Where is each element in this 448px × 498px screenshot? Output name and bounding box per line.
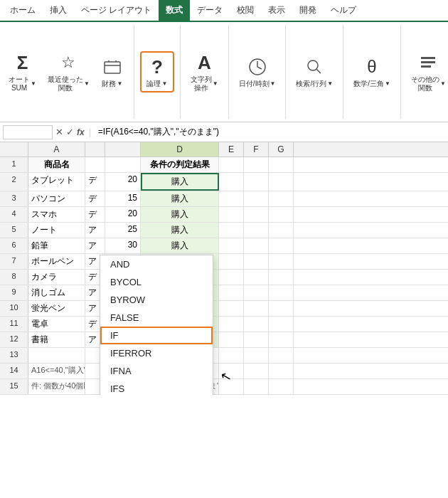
row-num-3: 3	[0, 191, 28, 206]
cell-f11	[244, 317, 269, 332]
cell-a8[interactable]: カメラ	[28, 270, 85, 285]
table-row: 11 電卓 デ 55 そのまま	[0, 317, 448, 332]
tab-view[interactable]: 表示	[261, 0, 292, 21]
row-header-spacer	[0, 142, 28, 157]
tab-help[interactable]: ヘルプ	[324, 0, 363, 21]
name-box[interactable]	[3, 125, 53, 139]
tab-review[interactable]: 校閲	[230, 0, 261, 21]
cell-e9	[219, 285, 244, 300]
dropdown-item-byrow[interactable]: BYROW	[100, 291, 213, 309]
cell-b4[interactable]: デ	[85, 207, 105, 222]
cell-f2	[244, 173, 269, 191]
autosum-group: Σ オートSUM ▼ ☆ 最近使った関数 ▼	[4, 25, 134, 119]
cell-a7[interactable]: ボールペン	[28, 254, 85, 269]
cell-e4	[219, 207, 244, 222]
search-row-button[interactable]: 検索/行列 ▼	[292, 53, 337, 91]
other-funcs-button[interactable]: その他の関数 ▼	[407, 48, 448, 95]
cell-a10[interactable]: 蛍光ペン	[28, 301, 85, 316]
dropdown-item-false[interactable]: FALSE	[100, 309, 213, 327]
table-row: 12 書籍 ア 65 そのまま	[0, 332, 448, 348]
cell-d2[interactable]: 購入	[141, 173, 219, 191]
cell-d5[interactable]: 購入	[141, 223, 219, 238]
cell-g6	[269, 238, 294, 253]
tab-home[interactable]: ホーム	[3, 0, 43, 21]
cell-e6	[219, 238, 244, 253]
finance-icon	[101, 55, 124, 78]
search-label: 検索/行列	[296, 80, 326, 88]
cell-c1	[105, 157, 141, 172]
logic-button[interactable]: ? 論理 ▼	[140, 51, 174, 92]
recent-label: 最近使った関数	[48, 75, 83, 92]
cell-f6	[244, 238, 269, 253]
cell-a15[interactable]: 件: 個数が40個以下の場	[28, 379, 85, 394]
other-funcs-group: その他の関数 ▼	[407, 25, 448, 119]
autosum-button[interactable]: Σ オートSUM ▼	[4, 48, 41, 95]
table-row: 8 カメラ デ 40 購入	[0, 270, 448, 285]
cell-e10	[219, 301, 244, 316]
search-arrow: ▼	[327, 80, 333, 87]
cell-a12[interactable]: 書籍	[28, 332, 85, 347]
cell-c2[interactable]: 20	[105, 173, 141, 191]
cell-a11[interactable]: 電卓	[28, 317, 85, 332]
finance-arrow: ▼	[117, 80, 122, 87]
dropdown-item-bycol[interactable]: BYCOL	[100, 273, 213, 291]
insert-function-icon[interactable]: fx	[77, 127, 85, 137]
sigma-icon: Σ	[11, 51, 33, 74]
tab-formula[interactable]: 数式	[159, 0, 190, 21]
cell-b5[interactable]: ア	[85, 223, 105, 238]
cell-a14[interactable]: A16<=40,"購入","そのま	[28, 364, 85, 378]
cell-c4[interactable]: 20	[105, 207, 141, 222]
tab-data[interactable]: データ	[190, 0, 230, 21]
recent-funcs-button[interactable]: ☆ 最近使った関数 ▼	[43, 48, 94, 95]
row-num-2: 2	[0, 173, 28, 191]
cell-a2[interactable]: タブレット	[28, 173, 85, 191]
cell-a5[interactable]: ノート	[28, 223, 85, 238]
cell-b2[interactable]: デ	[85, 173, 105, 191]
dropdown-item-ifna[interactable]: IFNA	[100, 362, 213, 380]
formula-input[interactable]: =IF(A16<=40,"購入","そのまま")	[95, 126, 445, 139]
cell-d1[interactable]: 条件の判定結果	[141, 157, 219, 172]
cell-e8	[219, 270, 244, 285]
cell-a4[interactable]: スマホ	[28, 207, 85, 222]
recent-arrow: ▼	[84, 80, 90, 87]
dropdown-item-and[interactable]: AND	[100, 255, 213, 273]
tab-dev[interactable]: 開発	[292, 0, 324, 21]
cell-b6[interactable]: ア	[85, 238, 105, 253]
cell-d4[interactable]: 購入	[141, 207, 219, 222]
cell-d3[interactable]: 購入	[141, 191, 219, 206]
logic-icon: ?	[146, 55, 169, 78]
cell-f14	[244, 364, 269, 378]
cell-c5[interactable]: 25	[105, 223, 141, 238]
col-header-g: G	[269, 142, 294, 157]
datetime-button[interactable]: 日付/時刻 ▼	[235, 53, 280, 91]
row-num-10: 10	[0, 301, 28, 316]
cell-e12	[219, 332, 244, 347]
cell-d6[interactable]: 購入	[141, 238, 219, 253]
cell-c6[interactable]: 30	[105, 238, 141, 253]
cancel-icon[interactable]: ✕	[55, 127, 63, 137]
col-header-f: F	[244, 142, 269, 157]
ribbon-bar: Σ オートSUM ▼ ☆ 最近使った関数 ▼	[0, 22, 448, 122]
cell-c3[interactable]: 15	[105, 191, 141, 206]
cell-a3[interactable]: パソコン	[28, 191, 85, 206]
cell-a9[interactable]: 消しゴム	[28, 285, 85, 300]
cell-g2	[269, 173, 294, 191]
cell-b3[interactable]: デ	[85, 191, 105, 206]
cell-f7	[244, 254, 269, 269]
tab-page-layout[interactable]: ページ レイアウト	[74, 0, 159, 21]
cell-a6[interactable]: 鉛筆	[28, 238, 85, 253]
dropdown-item-if[interactable]: IF	[100, 327, 213, 344]
dropdown-item-ifs[interactable]: IFS	[100, 380, 213, 395]
tab-insert[interactable]: 挿入	[43, 0, 74, 21]
text-ops-button[interactable]: A 文字列操作 ▼	[186, 48, 223, 95]
confirm-icon[interactable]: ✓	[66, 127, 74, 137]
text-arrow: ▼	[213, 80, 218, 87]
svg-line-6	[257, 67, 262, 69]
search-icon	[303, 55, 326, 78]
trigon-button[interactable]: θ 数学/三角 ▼	[349, 53, 395, 91]
cell-a1[interactable]: 商品名	[28, 157, 85, 172]
col-headers: A D E F G	[0, 142, 448, 157]
finance-button[interactable]: 財務 ▼	[97, 53, 128, 91]
dropdown-item-iferror[interactable]: IFERROR	[100, 344, 213, 362]
row-num-1: 1	[0, 157, 28, 172]
